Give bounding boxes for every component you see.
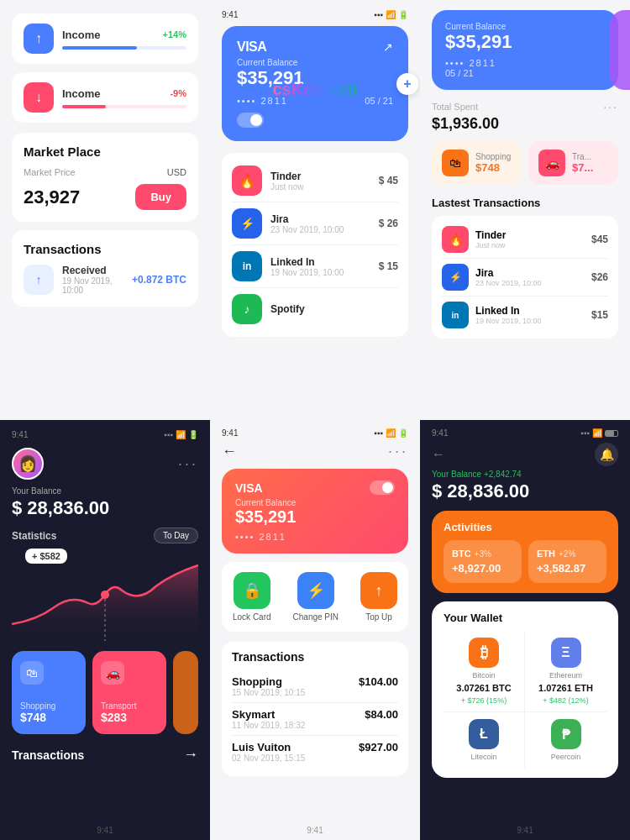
p6-header: ← 🔔 — [432, 443, 618, 466]
p5-txn-title: Transactions — [232, 650, 398, 664]
transport-label: Tra... — [572, 152, 593, 161]
card-dots-3: •••• 2811 — [445, 58, 605, 68]
p5-txn-shopping: Shopping $104.00 15 Nov 2019, 10:15 — [232, 670, 398, 703]
txn-date: 19 Nov 2019, 10:00 — [62, 276, 123, 295]
txn-label: Received — [62, 265, 123, 276]
watermark: csKcocom — [272, 80, 357, 99]
income-label-1: Income — [62, 29, 101, 41]
txn-amount: +0.872 BTC — [132, 274, 186, 286]
bitcoin-icon: ₿ — [469, 638, 499, 668]
p5-txn-luis-date: 02 Nov 2019, 15:15 — [232, 753, 398, 763]
ethereum-amount: 1.07261 ETH — [538, 683, 593, 693]
wallet-grid: ₿ Bitcoin 3.07261 BTC + $726 (15%) Ξ Eth… — [444, 631, 606, 768]
lock-card-icon: 🔒 — [234, 572, 270, 609]
bitcoin-name: Bitcoin — [472, 671, 495, 680]
p3-jira-icon: ⚡ — [442, 264, 469, 291]
back-arrow-6[interactable]: ← — [432, 447, 445, 462]
sb-icons-6: ▪▪▪📶 — [580, 428, 618, 438]
avatar-4: 👩 — [12, 448, 44, 480]
card-toggle-2[interactable] — [237, 113, 264, 128]
latest-txn-title: Lastest Transactions — [432, 197, 618, 209]
p3-tinder-icon: 🔥 — [442, 226, 469, 253]
partial-orange-card — [173, 651, 198, 734]
bottom-sb-6: 9:41 — [420, 826, 630, 835]
income-label-2: Income — [62, 87, 101, 100]
btc-symbol: BTC — [452, 549, 471, 559]
chart-area-4: + $582 — [12, 549, 198, 641]
income-bar-2 — [62, 105, 106, 108]
add-card-button[interactable]: + — [396, 73, 418, 95]
txn-jira: ⚡ Jira 23 Nov 2019, 10:00 $ 26 — [232, 202, 398, 245]
txn-bottom-label-4: Transactions — [12, 748, 84, 762]
sb-icons-5: ▪▪▪📶🔋 — [374, 428, 408, 438]
stats-row-4: Statistics To Day — [12, 528, 198, 543]
status-bar-2: 9:41 ▪▪▪ 📶 🔋 — [222, 10, 408, 19]
transport-dark-amount: $283 — [101, 711, 158, 724]
dots-menu-5[interactable]: ··· — [388, 443, 408, 460]
spotify-icon: ♪ — [232, 294, 262, 324]
cat-cards-4: 🛍 Shopping $748 🚗 Transport $283 — [12, 651, 198, 734]
txn-tinder: 🔥 Tinder Just now $ 45 — [232, 160, 398, 202]
sb-icons-4: ▪▪▪📶🔋 — [164, 430, 198, 439]
panel-5: 9:41 ▪▪▪📶🔋 ← ··· VISA Current Balance $3… — [210, 420, 420, 840]
market-section: Market Place Market Price USD 23,927 Buy — [12, 133, 198, 222]
wallet-section: Your Wallet ₿ Bitcoin 3.07261 BTC + $726… — [432, 601, 618, 778]
card-toggle-5[interactable] — [370, 480, 395, 495]
battery-icon-6 — [605, 430, 618, 437]
actions-row: 🔒 Lock Card ⚡ Change PIN ↑ Top Up — [222, 562, 408, 632]
shopping-dark-icon: 🛍 — [20, 661, 44, 685]
buy-button[interactable]: Buy — [135, 184, 186, 210]
bottom-sb-5: 9:41 — [210, 826, 420, 835]
action-lock-card[interactable]: 🔒 Lock Card — [233, 572, 271, 622]
litecoin-wallet: Ł Litecoin — [444, 712, 525, 768]
activities-title: Activities — [444, 521, 606, 533]
total-spent-label: Total Spent — [432, 102, 478, 112]
shopping-dark-card: 🛍 Shopping $748 — [12, 651, 86, 734]
balance-6: $ 28,836.00 — [432, 480, 618, 502]
p5-txn-skymart: Skymart $84.00 11 Nov 2019, 18:32 — [232, 703, 398, 736]
received-icon: ↑ — [24, 265, 54, 295]
transport-dark-label: Transport — [101, 701, 158, 711]
svg-point-0 — [101, 591, 109, 599]
back-arrow-5[interactable]: ← — [222, 443, 237, 460]
market-currency: USD — [167, 167, 186, 177]
sb-icons-2: ▪▪▪ 📶 🔋 — [374, 10, 408, 19]
transactions-title: Transactions — [24, 242, 186, 256]
eth-item: ETH +2% +3,582.87 — [528, 540, 606, 583]
period-badge-4[interactable]: To Day — [154, 528, 198, 543]
btc-pct: +3% — [475, 549, 491, 559]
transport-amount: $7... — [572, 161, 593, 174]
panel-3: Current Balance $35,291 •••• 2811 05 / 2… — [420, 0, 630, 420]
market-price-label: Market Price — [24, 167, 76, 177]
ethereum-name: Ethereum — [549, 671, 582, 680]
ethereum-icon: Ξ — [551, 638, 581, 668]
income-down-icon: ↓ — [24, 82, 54, 113]
market-title: Market Place — [24, 144, 186, 159]
txn-arrow-4[interactable]: → — [183, 746, 198, 764]
total-amount-3: $1,936.00 — [432, 115, 618, 133]
stats-label-4: Statistics — [12, 530, 56, 542]
txn-bottom-row-4: Transactions → — [12, 746, 198, 764]
income-card-negative: ↓ Income -9% — [12, 72, 198, 123]
p5-txn-skymart-name: Skymart — [232, 708, 275, 721]
dots-menu-4[interactable]: ··· — [178, 455, 198, 473]
action-change-pin[interactable]: ⚡ Change PIN — [293, 572, 339, 622]
p5-inner: 9:41 ▪▪▪📶🔋 ← ··· VISA Current Balance $3… — [210, 420, 420, 840]
p3-linkedin-icon: in — [442, 302, 469, 328]
action-top-up[interactable]: ↑ Top Up — [360, 572, 397, 622]
p5-txn-shopping-date: 15 Nov 2019, 10:15 — [232, 688, 398, 697]
bitcoin-change: + $726 (15%) — [461, 696, 507, 705]
notification-bell-6[interactable]: 🔔 — [595, 443, 618, 466]
ethereum-wallet: Ξ Ethereum 1.07261 ETH + $482 (12%) — [525, 631, 606, 712]
transaction-list-2: 🔥 Tinder Just now $ 45 ⚡ Jira 23 Nov 201… — [222, 153, 408, 337]
total-spent-dots: ··· — [603, 100, 618, 113]
income-pct-2: -9% — [170, 88, 186, 98]
top-up-label: Top Up — [365, 612, 392, 622]
panel-2: 9:41 ▪▪▪ 📶 🔋 VISA ↗ Current Balance $35,… — [210, 0, 420, 420]
shopping-dark-label: Shopping — [20, 701, 77, 711]
status-bar-6: 9:41 ▪▪▪📶 — [432, 428, 618, 438]
sb-time-6: 9:41 — [432, 428, 448, 438]
panel-6: 9:41 ▪▪▪📶 ← 🔔 Your Balance +2,842.74 $ 2… — [420, 420, 630, 840]
sb-time-5: 9:41 — [222, 428, 238, 438]
toggle-knob-5 — [382, 482, 393, 493]
